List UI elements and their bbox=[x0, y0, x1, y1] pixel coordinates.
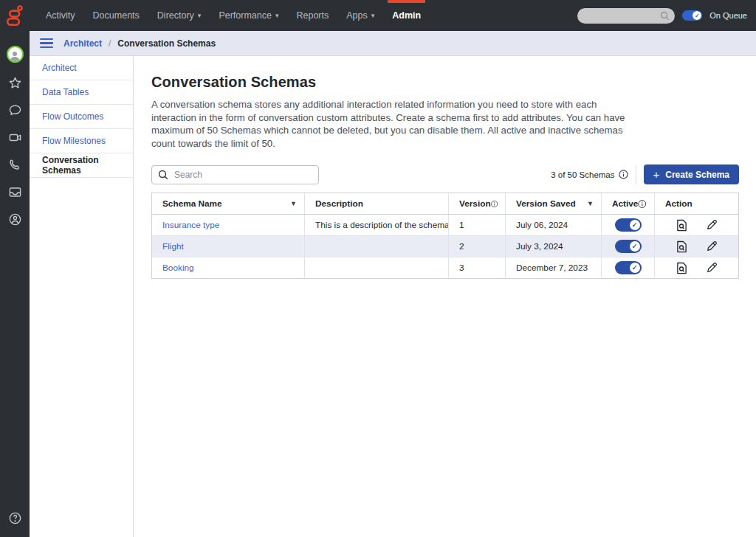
nav-item-performance[interactable]: Performance▾ bbox=[210, 0, 287, 31]
toggle-check-icon: ✓ bbox=[630, 220, 640, 230]
schema-description bbox=[305, 257, 449, 278]
nav-item-reports[interactable]: Reports bbox=[287, 0, 337, 31]
sidebar-item-flow-outcomes[interactable]: Flow Outcomes bbox=[30, 105, 133, 129]
column-header-version: Version bbox=[449, 193, 506, 214]
schema-version: 2 bbox=[449, 236, 506, 257]
breadcrumb-separator: / bbox=[109, 38, 111, 49]
global-search bbox=[577, 8, 675, 24]
chat-bubble-icon[interactable] bbox=[7, 103, 22, 117]
table-row-booking: Booking 3 December 7, 2023 ✓ bbox=[152, 257, 738, 278]
info-icon[interactable] bbox=[491, 199, 498, 209]
info-icon[interactable] bbox=[619, 170, 628, 179]
hamburger-menu-icon[interactable] bbox=[40, 38, 53, 48]
toggle-check-icon: ✓ bbox=[693, 11, 701, 20]
page-title: Conversation Schemas bbox=[151, 74, 739, 91]
schema-name-link[interactable]: Insurance type bbox=[162, 220, 219, 230]
column-header-version-saved[interactable]: Version Saved ▼ bbox=[506, 193, 602, 214]
table-toolbar: 3 of 50 Schemas + Create Schema bbox=[151, 164, 739, 184]
admin-sub-sidebar: Architect Data Tables Flow Outcomes Flow… bbox=[30, 56, 134, 537]
search-icon bbox=[158, 170, 168, 180]
edit-pencil-icon[interactable] bbox=[704, 218, 719, 232]
video-camera-icon[interactable] bbox=[7, 130, 22, 145]
on-queue-label: On Queue bbox=[709, 11, 747, 20]
column-header-description: Description bbox=[305, 193, 449, 214]
schema-name-link[interactable]: Flight bbox=[162, 241, 184, 252]
view-schema-icon[interactable] bbox=[674, 218, 689, 232]
schema-version: 1 bbox=[449, 215, 506, 235]
genesys-logo[interactable] bbox=[0, 0, 30, 31]
table-row-flight: Flight 2 July 3, 2024 ✓ bbox=[152, 236, 738, 257]
column-header-schema-name[interactable]: Schema Name ▼ bbox=[152, 193, 305, 214]
schema-description: This is a description of the schema bbox=[305, 215, 449, 235]
top-nav-right: ✓ On Queue bbox=[577, 0, 756, 31]
page-description: A conversation schema stores any additio… bbox=[151, 98, 628, 150]
inbox-icon[interactable] bbox=[7, 184, 22, 199]
nav-item-documents[interactable]: Documents bbox=[84, 0, 148, 31]
caret-down-icon: ▾ bbox=[198, 12, 202, 19]
breadcrumb-link-architect[interactable]: Architect bbox=[63, 38, 102, 49]
left-icon-rail bbox=[0, 31, 30, 537]
user-avatar[interactable] bbox=[7, 46, 24, 63]
plus-icon: + bbox=[653, 168, 660, 181]
info-icon[interactable] bbox=[638, 199, 647, 209]
sidebar-item-architect[interactable]: Architect bbox=[30, 56, 133, 80]
schema-count: 3 of 50 Schemas bbox=[551, 170, 628, 179]
phone-icon[interactable] bbox=[7, 157, 22, 172]
table-body: Insurance type This is a description of … bbox=[152, 215, 738, 278]
help-icon[interactable] bbox=[7, 510, 22, 525]
sidebar-item-flow-milestones[interactable]: Flow Milestones bbox=[30, 129, 133, 153]
schema-search bbox=[151, 165, 319, 184]
nav-item-directory[interactable]: Directory▾ bbox=[148, 0, 210, 31]
active-toggle[interactable]: ✓ bbox=[615, 240, 642, 253]
edit-pencil-icon[interactable] bbox=[704, 260, 719, 275]
top-nav-bar: Activity Documents Directory▾ Performanc… bbox=[0, 0, 756, 31]
view-schema-icon[interactable] bbox=[674, 260, 689, 275]
breadcrumb-current: Conversation Schemas bbox=[117, 38, 216, 49]
schema-version-saved: December 7, 2023 bbox=[506, 257, 602, 278]
column-header-active: Active bbox=[602, 193, 655, 214]
sidebar-item-conversation-schemas[interactable]: Conversation Schemas bbox=[30, 153, 133, 178]
sidebar-item-data-tables[interactable]: Data Tables bbox=[30, 80, 133, 105]
schema-version: 3 bbox=[449, 257, 506, 278]
schema-version-saved: July 3, 2024 bbox=[506, 236, 602, 257]
search-icon bbox=[660, 11, 670, 21]
caret-down-icon: ▾ bbox=[371, 12, 375, 19]
schema-version-saved: July 06, 2024 bbox=[506, 215, 602, 235]
nav-item-admin[interactable]: Admin bbox=[383, 0, 430, 31]
breadcrumb-bar: Architect / Conversation Schemas bbox=[30, 31, 756, 56]
edit-pencil-icon[interactable] bbox=[704, 239, 719, 254]
schemas-table: Schema Name ▼ Description Version Versio… bbox=[151, 193, 739, 279]
schema-name-link[interactable]: Booking bbox=[162, 263, 194, 273]
toggle-check-icon: ✓ bbox=[630, 263, 640, 273]
view-schema-icon[interactable] bbox=[674, 239, 689, 254]
active-toggle[interactable]: ✓ bbox=[615, 261, 642, 274]
column-header-action: Action bbox=[655, 193, 738, 214]
nav-item-apps[interactable]: Apps▾ bbox=[337, 0, 383, 31]
favorites-star-icon[interactable] bbox=[7, 75, 22, 90]
toolbar-right: 3 of 50 Schemas + Create Schema bbox=[551, 164, 739, 184]
sort-down-icon[interactable]: ▼ bbox=[290, 200, 297, 207]
contacts-icon[interactable] bbox=[7, 212, 22, 226]
table-row-insurance-type: Insurance type This is a description of … bbox=[152, 215, 738, 236]
create-schema-button[interactable]: + Create Schema bbox=[644, 164, 739, 184]
main-content: Conversation Schemas A conversation sche… bbox=[134, 56, 756, 537]
caret-down-icon: ▾ bbox=[275, 12, 279, 19]
schema-description bbox=[305, 236, 449, 257]
active-toggle[interactable]: ✓ bbox=[615, 218, 642, 232]
nav-item-activity[interactable]: Activity bbox=[37, 0, 84, 31]
top-nav-items: Activity Documents Directory▾ Performanc… bbox=[37, 0, 430, 31]
on-queue-toggle[interactable]: ✓ bbox=[682, 10, 702, 21]
toolbar-divider bbox=[636, 165, 636, 184]
breadcrumb: Architect / Conversation Schemas bbox=[63, 38, 216, 49]
sort-down-icon[interactable]: ▼ bbox=[587, 200, 594, 207]
schema-search-input[interactable] bbox=[151, 165, 319, 184]
toggle-check-icon: ✓ bbox=[630, 241, 640, 252]
table-header-row: Schema Name ▼ Description Version Versio… bbox=[152, 193, 738, 215]
